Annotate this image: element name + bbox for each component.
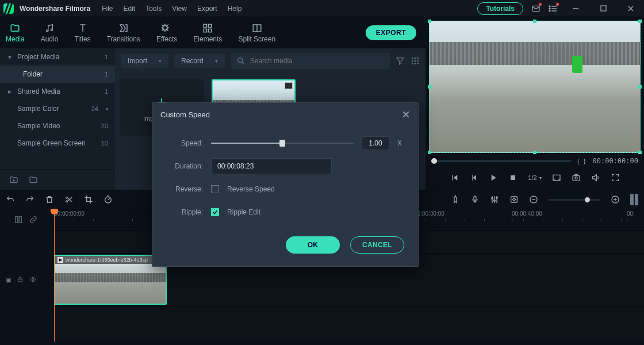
export-button[interactable]: EXPORT <box>366 25 416 40</box>
record-dropdown[interactable]: Record▾ <box>174 53 225 68</box>
svg-rect-36 <box>16 217 18 223</box>
svg-point-39 <box>32 279 34 281</box>
audio-mixer-icon[interactable] <box>490 195 499 204</box>
zoom-out-icon[interactable] <box>529 195 538 204</box>
quality-icon[interactable] <box>552 173 561 182</box>
playhead[interactable] <box>54 209 55 342</box>
marker-icon[interactable] <box>451 195 460 204</box>
svg-point-19 <box>412 63 413 64</box>
duration-input[interactable]: 00:00:08:23 <box>211 158 332 174</box>
svg-point-17 <box>415 60 416 62</box>
visibility-icon[interactable] <box>29 276 36 283</box>
volume-icon[interactable] <box>591 173 600 182</box>
ripple-checkbox[interactable] <box>211 208 219 216</box>
step-back-icon[interactable] <box>469 173 478 182</box>
menu-help[interactable]: Help <box>228 5 242 13</box>
mode-titles[interactable]: Titles <box>74 22 90 43</box>
mode-transitions[interactable]: Transitions <box>107 22 140 43</box>
ok-button[interactable]: OK <box>286 236 340 254</box>
sidebar-item-folder[interactable]: Folder 1 <box>0 66 115 83</box>
app-logo <box>3 3 14 14</box>
messages-icon[interactable] <box>531 4 540 13</box>
search-icon <box>236 56 246 66</box>
voiceover-icon[interactable] <box>470 195 480 204</box>
mode-effects[interactable]: Effects <box>156 22 177 43</box>
undo-icon[interactable] <box>6 195 15 204</box>
delete-icon[interactable] <box>45 195 54 204</box>
svg-rect-22 <box>511 175 515 180</box>
timeline-zoom-slider[interactable] <box>549 199 600 201</box>
track-head-video1[interactable]: ▣ <box>0 253 52 306</box>
filter-icon[interactable] <box>396 56 405 66</box>
new-folder-icon[interactable] <box>9 175 18 185</box>
timeline-clip[interactable]: ▶ wondershare-1fd83eeb-e62b-4u3sp <box>54 255 167 305</box>
svg-rect-29 <box>474 196 476 200</box>
stop-icon[interactable] <box>508 173 518 182</box>
svg-point-20 <box>415 63 416 64</box>
tutorials-button[interactable]: Tutorials <box>477 2 523 15</box>
grid-view-icon[interactable] <box>411 56 420 66</box>
mode-split-screen[interactable]: Split Screen <box>238 22 275 43</box>
search-media[interactable] <box>231 53 390 69</box>
mode-audio[interactable]: Audio <box>41 22 59 43</box>
clip-play-icon: ▶ <box>57 257 63 263</box>
track-height-icon[interactable] <box>630 194 638 205</box>
preview-seek-slider[interactable] <box>431 160 572 162</box>
crop-icon[interactable] <box>84 195 93 204</box>
svg-point-27 <box>66 201 68 202</box>
svg-point-28 <box>105 197 112 203</box>
preview-zoom-select[interactable]: 1/2▾ <box>528 174 541 181</box>
clip-marker-icon <box>285 82 293 89</box>
sidebar-item-sample-color[interactable]: Sample Color 24 ◂ <box>0 100 115 117</box>
redo-icon[interactable] <box>25 195 34 204</box>
fullscreen-icon[interactable] <box>611 173 620 182</box>
menu-edit[interactable]: Edit <box>123 5 135 13</box>
window-maximize[interactable] <box>593 0 613 17</box>
mode-media[interactable]: Media <box>6 22 25 43</box>
titlebar: Wondershare Filmora File Edit Tools View… <box>0 0 644 17</box>
speed-icon[interactable] <box>103 195 113 204</box>
svg-point-3 <box>549 10 550 12</box>
menu-file[interactable]: File <box>102 5 113 13</box>
preview-timecode: 00:00:00:00 <box>593 157 638 165</box>
menu-view[interactable]: View <box>172 5 187 13</box>
cancel-button[interactable]: CANCEL <box>350 236 404 254</box>
link-toggle-icon[interactable] <box>29 216 37 224</box>
reverse-checkbox[interactable] <box>211 185 219 193</box>
lock-icon[interactable] <box>17 276 24 283</box>
menu-tools[interactable]: Tools <box>145 5 162 13</box>
svg-point-14 <box>415 57 416 59</box>
play-icon[interactable] <box>489 173 498 182</box>
sidebar-item-sample-video[interactable]: Sample Video 20 <box>0 117 115 135</box>
svg-point-2 <box>549 8 550 9</box>
track-manager-icon[interactable] <box>14 216 22 224</box>
folder-icon[interactable] <box>29 175 38 185</box>
tasks-icon[interactable] <box>549 4 558 13</box>
menu-export[interactable]: Export <box>197 5 217 13</box>
sidebar-item-project-media[interactable]: ▾ Project Media 1 <box>0 48 115 66</box>
speed-value-input[interactable]: 1.00 <box>362 136 389 150</box>
dialog-close-button[interactable] <box>402 110 410 118</box>
prev-frame-icon[interactable] <box>450 173 459 182</box>
keyframe-icon[interactable] <box>509 195 519 204</box>
search-input[interactable] <box>250 57 384 65</box>
ripple-label: Ripple: <box>166 208 203 216</box>
preview-markers: { } <box>577 158 586 164</box>
import-dropdown[interactable]: Import▾ <box>121 53 168 68</box>
zoom-in-icon[interactable] <box>611 195 620 204</box>
split-icon[interactable] <box>64 195 74 204</box>
chevron-left-icon: ◂ <box>105 106 108 112</box>
svg-point-32 <box>496 197 498 198</box>
sidebar-item-sample-green[interactable]: Sample Green Screen 10 <box>0 135 115 152</box>
mode-elements[interactable]: Elements <box>193 22 222 43</box>
window-close[interactable] <box>621 0 641 17</box>
window-minimize[interactable] <box>566 0 585 17</box>
snapshot-icon[interactable] <box>572 173 581 182</box>
reverse-cb-label: Reverse Speed <box>227 185 275 193</box>
speed-slider[interactable] <box>211 143 354 144</box>
preview-canvas[interactable] <box>429 21 641 153</box>
svg-point-1 <box>549 6 550 7</box>
svg-rect-9 <box>204 29 207 32</box>
sidebar-item-shared-media[interactable]: ▸ Shared Media 1 <box>0 83 115 100</box>
svg-point-12 <box>237 58 242 63</box>
